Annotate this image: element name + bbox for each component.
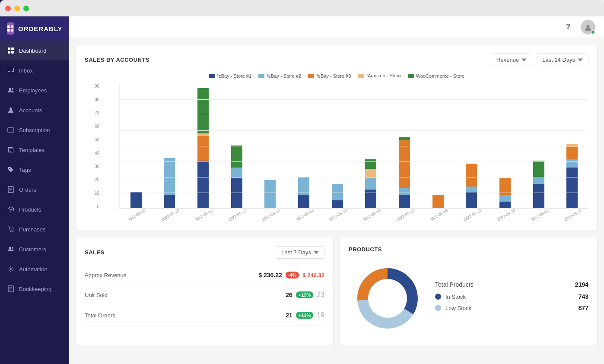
inbox-icon xyxy=(7,66,15,74)
bar-segment xyxy=(264,180,276,209)
sales-metric-row: Unit Sold 26 +13% 23 xyxy=(85,285,324,305)
bar-segment xyxy=(432,195,444,209)
products-title: PRODUCTS xyxy=(349,246,382,253)
bar-segment xyxy=(298,177,309,195)
bookkeeping-icon xyxy=(7,285,15,293)
svg-rect-4 xyxy=(8,47,10,50)
total-label: Total Products xyxy=(435,281,474,288)
chart-header: SALES BY ACCOUNTS Revenue Last 14 Days xyxy=(85,54,588,66)
y-label: 70 xyxy=(95,111,99,115)
sidebar-item-customers[interactable]: Customers xyxy=(0,239,69,259)
svg-rect-11 xyxy=(8,128,14,132)
sidebar-item-products[interactable]: Products xyxy=(0,199,69,219)
user-avatar[interactable] xyxy=(581,20,595,35)
svg-point-8 xyxy=(9,88,11,90)
legend-item: WooCommerce - Store xyxy=(408,73,464,79)
svg-rect-2 xyxy=(7,29,10,32)
stat-value: 743 xyxy=(579,293,588,300)
bottom-row: SALES Last 7 Days Approx Revenue $ 236.2… xyxy=(76,237,597,346)
sales-title: SALES xyxy=(85,249,105,256)
bar-segment xyxy=(164,158,175,195)
stat-label: In Stock xyxy=(445,294,574,300)
sidebar-label-products: Products xyxy=(19,206,41,213)
total-products-row: Total Products 2194 xyxy=(435,281,588,288)
y-axis: 9080706050403020100 xyxy=(85,84,102,209)
sales-by-accounts-card: SALES BY ACCOUNTS Revenue Last 14 Days ¹… xyxy=(76,45,597,231)
svg-point-17 xyxy=(587,25,590,28)
bar-segment xyxy=(466,192,477,209)
metric-badge: +11% xyxy=(296,312,313,319)
metric-main: 21 xyxy=(286,312,292,319)
donut-chart xyxy=(349,260,426,337)
purchases-icon xyxy=(7,225,15,233)
bar-segment xyxy=(365,190,376,209)
sidebar-label-purchases: Purchases xyxy=(19,226,45,233)
automation-icon xyxy=(7,265,15,273)
help-button[interactable]: ? xyxy=(561,20,575,35)
bar-segment xyxy=(197,136,209,161)
bar-group xyxy=(388,137,421,209)
close-button[interactable] xyxy=(5,6,11,11)
sidebar-item-accounts[interactable]: Accounts xyxy=(0,100,69,120)
date-select-label: Last 14 Days xyxy=(542,57,575,63)
metric-prev: 23 xyxy=(317,291,324,299)
minimize-button[interactable] xyxy=(14,6,20,11)
legend-item: ⁴Amazon - Store xyxy=(358,73,401,79)
chart-legend: ¹eBay - Store #1²eBay - Store #2³eBay - … xyxy=(85,73,588,79)
tag-icon xyxy=(7,166,15,174)
sidebar-item-dashboard[interactable]: Dashboard xyxy=(0,41,69,60)
y-label: 30 xyxy=(95,164,99,169)
stat-dot xyxy=(435,305,441,311)
bar-group xyxy=(489,178,521,209)
maximize-button[interactable] xyxy=(23,6,29,11)
metric-values: 26 +13% 23 xyxy=(286,291,324,299)
sales-summary-card: SALES Last 7 Days Approx Revenue $ 236.2… xyxy=(76,237,333,346)
bar-segment xyxy=(499,195,511,202)
sidebar-item-purchases[interactable]: Purchases xyxy=(0,219,69,239)
sidebar-item-subscription[interactable]: Subscription xyxy=(0,120,69,140)
sidebar-label-accounts: Accounts xyxy=(19,107,42,114)
sidebar-item-templates[interactable]: Templates xyxy=(0,140,69,160)
templates-icon xyxy=(7,146,15,154)
sidebar-item-employees[interactable]: Employees xyxy=(0,80,69,100)
products-inner: Total Products 2194 In Stock 743 Low Sto… xyxy=(349,260,588,337)
sales-metric-row: Approx Revenue $ 236.22 -4% $ 246.32 xyxy=(85,266,324,285)
sidebar-item-tags[interactable]: Tags xyxy=(0,160,69,180)
sales-date-select[interactable]: Last 7 Days xyxy=(276,246,324,259)
bar-group xyxy=(354,159,387,209)
sidebar-item-automation[interactable]: Automation xyxy=(0,259,69,279)
bar-segment xyxy=(566,147,578,160)
page-content: SALES BY ACCOUNTS Revenue Last 14 Days ¹… xyxy=(69,38,604,364)
sidebar-item-bookkeeping[interactable]: Bookkeeping xyxy=(0,279,69,299)
bar-segment xyxy=(533,184,544,209)
chart-bars xyxy=(119,84,588,209)
sidebar-item-inbox[interactable]: Inbox xyxy=(0,60,69,80)
y-label: 90 xyxy=(95,84,99,89)
svg-rect-7 xyxy=(11,51,14,54)
products-stat-row: Low Stock 877 xyxy=(435,304,588,311)
date-select[interactable]: Last 14 Days xyxy=(537,54,588,66)
metric-main: 26 xyxy=(286,291,292,298)
bar-segment xyxy=(197,88,209,133)
sales-metric-row: Total Orders 21 +11% 19 xyxy=(85,305,324,326)
bar-segment xyxy=(533,178,544,184)
bar-group xyxy=(287,177,320,209)
y-label: 80 xyxy=(95,97,99,102)
app-logo: ORDERABLY xyxy=(0,16,69,41)
bar-segment xyxy=(298,195,309,209)
sidebar-label-bookkeeping: Bookkeeping xyxy=(19,286,51,292)
app-title: ORDERABLY xyxy=(18,25,63,32)
metric-select[interactable]: Revenue xyxy=(491,54,532,66)
bar-segment xyxy=(566,159,578,168)
chart-title: SALES BY ACCOUNTS xyxy=(85,57,149,63)
svg-rect-1 xyxy=(11,25,13,28)
bar-segment xyxy=(332,200,343,209)
subscription-icon xyxy=(7,126,15,134)
svg-rect-5 xyxy=(11,47,14,50)
donut-segment xyxy=(388,268,418,314)
bar-segment xyxy=(332,184,343,200)
bar-segment xyxy=(499,178,511,195)
metric-badge: -4% xyxy=(286,272,299,279)
sidebar-item-orders[interactable]: Orders xyxy=(0,180,69,199)
bar-group xyxy=(522,161,555,209)
